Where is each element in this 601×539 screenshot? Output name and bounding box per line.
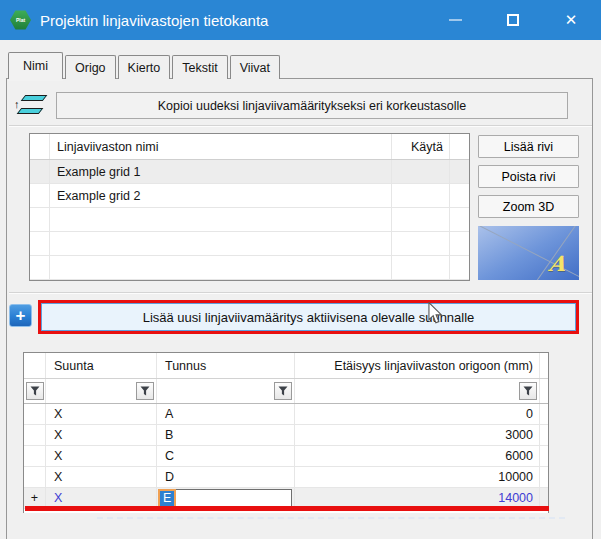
table-row-empty[interactable]	[30, 208, 469, 232]
grid-use-cell	[392, 256, 450, 279]
table-row[interactable]: Example grid 2	[30, 184, 469, 208]
column-header-trail	[450, 134, 469, 159]
maximize-button[interactable]	[490, 0, 536, 40]
red-annotation-frame: Lisää uusi linjaviivamääritys aktiivisen…	[38, 300, 579, 334]
filter-row	[24, 379, 548, 404]
grid-use-cell[interactable]	[392, 160, 450, 183]
distance-cell[interactable]: 10000	[295, 467, 540, 487]
delete-row-button[interactable]: Poista rivi	[478, 165, 579, 188]
plus-icon: +	[16, 307, 26, 324]
tab-kierto[interactable]: Kierto	[118, 55, 171, 79]
distance-cell[interactable]: 0	[295, 404, 540, 424]
direction-cell[interactable]: X	[46, 425, 157, 445]
column-header-label[interactable]: Tunnus	[157, 353, 295, 378]
label-edit-input[interactable]: E	[158, 489, 292, 508]
table-row-empty[interactable]	[30, 256, 469, 280]
row-header-cell	[30, 232, 50, 255]
direction-cell[interactable]: X	[46, 467, 157, 487]
mouse-cursor-icon	[427, 302, 443, 325]
label-cell[interactable]: D	[157, 467, 295, 487]
plus-button[interactable]: +	[9, 304, 32, 327]
row-header-cell[interactable]	[30, 160, 50, 183]
column-header-use[interactable]: Käytä	[392, 134, 450, 159]
label-cell[interactable]: A	[157, 404, 295, 424]
column-header-name[interactable]: Linjaviivaston nimi	[50, 134, 392, 159]
filter-cell	[540, 379, 548, 403]
distance-cell[interactable]: 3000	[295, 425, 540, 445]
row-header-cell	[30, 208, 50, 231]
table-row[interactable]: X B 3000	[24, 425, 548, 446]
grid-lines-table[interactable]: Suunta Tunnus Etäisyys linjaviivaston or…	[23, 352, 549, 513]
column-header-direction[interactable]: Suunta	[46, 353, 157, 378]
direction-cell[interactable]: X	[46, 446, 157, 466]
table-row-empty[interactable]	[30, 232, 469, 256]
tab-label: Viivat	[240, 61, 270, 75]
plane-icon	[21, 95, 48, 101]
row-marker-cell[interactable]	[24, 467, 46, 487]
tab-tekstit[interactable]: Tekstit	[172, 55, 227, 79]
maximize-icon	[507, 14, 519, 26]
new-row-marker-cell[interactable]: +	[24, 488, 46, 508]
tab-label: Tekstit	[182, 61, 217, 75]
red-annotation-underline	[25, 506, 549, 511]
filter-cell	[24, 379, 46, 403]
divider	[9, 125, 592, 127]
column-header-distance[interactable]: Etäisyys linjaviivaston origoon (mm)	[295, 353, 540, 378]
label-cell[interactable]: B	[157, 425, 295, 445]
trail-cell	[540, 467, 548, 487]
table-row[interactable]: X D 10000	[24, 467, 548, 488]
grid-name-cell[interactable]: Example grid 2	[50, 184, 392, 207]
grid-use-cell[interactable]	[392, 184, 450, 207]
distance-cell[interactable]: 6000	[295, 446, 540, 466]
grid-list-table[interactable]: Linjaviivaston nimi Käytä Example grid 1…	[29, 133, 470, 281]
window-title: Projektin linjaviivastojen tietokanta	[40, 12, 268, 29]
minimize-icon	[449, 19, 462, 21]
direction-cell[interactable]: X	[46, 404, 157, 424]
row-header-cell[interactable]	[30, 184, 50, 207]
grid-3d-preview-icon[interactable]: A	[478, 226, 579, 280]
filter-funnel-icon[interactable]	[26, 382, 44, 400]
direction-cell[interactable]: X	[46, 488, 157, 508]
table-row[interactable]: X C 6000	[24, 446, 548, 467]
row-marker-cell[interactable]	[24, 404, 46, 424]
table-row[interactable]: X A 0	[24, 404, 548, 425]
minimize-button[interactable]	[432, 0, 478, 40]
table-row[interactable]: Example grid 1	[30, 160, 469, 184]
lines-header-row: Suunta Tunnus Etäisyys linjaviivaston or…	[24, 353, 548, 379]
tab-strip: Nimi Origo Kierto Tekstit Viivat	[8, 52, 282, 79]
trail-cell	[450, 184, 469, 207]
copy-definition-button[interactable]: Kopioi uudeksi linjaviivamääritykseksi e…	[56, 92, 568, 119]
close-button[interactable]: ✕	[548, 0, 594, 40]
tab-nimi[interactable]: Nimi	[8, 52, 63, 79]
zoom-3d-button[interactable]: Zoom 3D	[478, 195, 579, 218]
column-header-trail	[540, 353, 548, 378]
trail-cell	[540, 404, 548, 424]
tab-page-nimi: ↑ Kopioi uudeksi linjaviivamääritykseksi…	[6, 78, 593, 539]
trail-cell	[450, 208, 469, 231]
filter-cell[interactable]	[157, 379, 295, 403]
tab-viivat[interactable]: Viivat	[230, 55, 280, 79]
grid-name-cell[interactable]: Example grid 1	[50, 160, 392, 183]
distance-cell[interactable]: 14000	[295, 488, 540, 508]
tab-label: Nimi	[23, 59, 48, 73]
copy-elevation-icon[interactable]: ↑	[13, 92, 49, 120]
add-row-button[interactable]: Lisää rivi	[478, 135, 579, 158]
row-marker-cell[interactable]	[24, 446, 46, 466]
grid-list-header-row: Linjaviivaston nimi Käytä	[30, 134, 469, 160]
label-cell[interactable]: E	[157, 488, 295, 508]
title-bar[interactable]: Plat Projektin linjaviivastojen tietokan…	[0, 0, 601, 40]
grid-use-cell	[392, 232, 450, 255]
row-header-cell	[24, 353, 46, 378]
filter-cell[interactable]	[295, 379, 540, 403]
filter-cell[interactable]	[46, 379, 157, 403]
filter-funnel-icon[interactable]	[274, 382, 292, 400]
label-cell[interactable]: C	[157, 446, 295, 466]
plane-icon	[17, 108, 44, 114]
row-marker-cell[interactable]	[24, 425, 46, 445]
filter-funnel-icon[interactable]	[136, 382, 154, 400]
add-line-definition-button[interactable]: Lisää uusi linjaviivamääritys aktiivisen…	[41, 303, 576, 331]
grid-name-cell	[50, 256, 392, 279]
filter-funnel-icon[interactable]	[519, 382, 537, 400]
tab-origo[interactable]: Origo	[65, 55, 116, 79]
grid-name-cell	[50, 208, 392, 231]
